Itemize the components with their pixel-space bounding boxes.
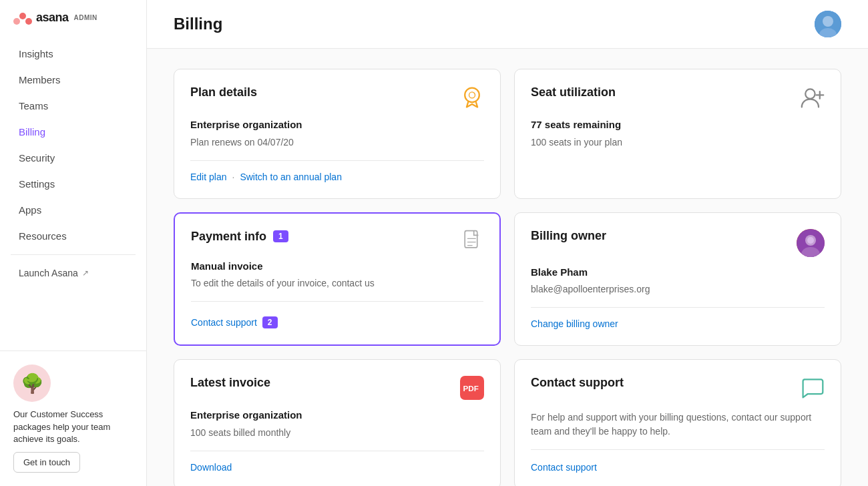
award-icon <box>460 85 484 109</box>
document-icon <box>462 230 483 251</box>
svg-point-18 <box>807 237 814 244</box>
get-in-touch-button[interactable]: Get in touch <box>13 452 80 473</box>
seats-remaining: 77 seats remaining <box>531 117 825 133</box>
plan-org-type: Enterprise organization <box>190 117 484 133</box>
svg-point-0 <box>19 13 26 19</box>
change-billing-owner-link[interactable]: Change billing owner <box>531 318 618 329</box>
billing-owner-divider <box>531 307 825 308</box>
contact-support-body: For help and support with your billing q… <box>531 408 825 439</box>
contact-support-link[interactable]: Contact support <box>531 462 597 473</box>
seat-utilization-card: Seat utilization 77 seats remaining 100 … <box>514 69 841 199</box>
svg-point-6 <box>465 88 479 103</box>
invoice-org-type: Enterprise organization <box>190 408 484 423</box>
sidebar-logo: asana ADMIN <box>0 0 146 35</box>
invoice-description: To edit the details of your invoice, con… <box>191 276 483 290</box>
cards-grid: Plan details Enterprise organization Pla… <box>147 49 868 486</box>
pdf-icon: PDF <box>460 376 484 400</box>
cs-promo-text: Our Customer Success packages help your … <box>13 409 133 445</box>
invoice-billing-info: 100 seats billed monthly <box>190 426 484 440</box>
support-description: For help and support with your billing q… <box>531 411 825 439</box>
payment-info-header: Payment info 1 <box>191 230 483 251</box>
sidebar-promo: 🌳 Our Customer Success packages help you… <box>0 350 146 486</box>
payment-info-card: Payment info 1 Manual invoice To edit th… <box>174 212 501 346</box>
billing-owner-header: Billing owner <box>531 229 825 257</box>
payment-badge2: 2 <box>262 316 278 328</box>
contact-support-card: Contact support For help and support wit… <box>514 359 841 486</box>
cs-avatar: 🌳 <box>13 364 51 402</box>
sidebar: asana ADMIN Insights Members Teams Billi… <box>0 0 147 486</box>
billing-owner-body: Blake Pham blake@apolloenterprises.org <box>531 265 825 297</box>
seats-total: 100 seats in your plan <box>531 136 825 150</box>
plan-details-card: Plan details Enterprise organization Pla… <box>174 69 501 199</box>
contact-support-header: Contact support <box>531 376 825 400</box>
switch-plan-link[interactable]: Switch to an annual plan <box>240 172 342 182</box>
sidebar-item-members[interactable]: Members <box>5 67 141 92</box>
svg-point-1 <box>13 18 20 25</box>
user-avatar[interactable] <box>815 11 841 37</box>
contact-support-divider <box>531 449 825 450</box>
latest-invoice-title: Latest invoice <box>190 376 270 390</box>
launch-asana-label: Launch Asana <box>19 268 78 278</box>
billing-owner-card: Billing owner Blake Pham blake@apolloent… <box>514 212 841 346</box>
billing-owner-avatar <box>797 229 825 257</box>
svg-point-2 <box>25 18 32 25</box>
svg-point-4 <box>823 16 833 27</box>
billing-owner-title: Billing owner <box>531 229 606 243</box>
cs-promo-block: 🌳 Our Customer Success packages help you… <box>13 364 133 473</box>
sidebar-item-settings[interactable]: Settings <box>5 172 141 196</box>
action-separator: · <box>232 172 234 182</box>
latest-invoice-body: Enterprise organization 100 seats billed… <box>190 408 484 440</box>
plan-details-title: Plan details <box>190 85 257 99</box>
sidebar-item-teams[interactable]: Teams <box>5 93 141 118</box>
plan-details-divider <box>190 160 484 161</box>
owner-email: blake@apolloenterprises.org <box>531 282 825 296</box>
edit-plan-link[interactable]: Edit plan <box>190 172 226 182</box>
download-invoice-link[interactable]: Download <box>190 462 232 473</box>
svg-point-7 <box>469 92 475 98</box>
main-content: Billing Plan details <box>147 0 868 486</box>
user-avatar-image <box>815 11 841 37</box>
sidebar-item-apps[interactable]: Apps <box>5 198 141 222</box>
main-header: Billing <box>147 0 868 49</box>
plan-renews: Plan renews on 04/07/20 <box>190 136 484 150</box>
billing-owner-actions: Change billing owner <box>531 318 825 329</box>
invoice-type: Manual invoice <box>191 259 483 274</box>
sidebar-item-resources[interactable]: Resources <box>5 224 141 248</box>
external-link-icon: ↗ <box>82 268 89 278</box>
latest-invoice-actions: Download <box>190 462 484 473</box>
nav-divider <box>11 254 136 255</box>
chat-icon <box>801 376 825 400</box>
asana-dots-icon <box>13 11 32 25</box>
contact-support-actions: Contact support <box>531 462 825 473</box>
tree-icon: 🌳 <box>21 373 44 395</box>
plan-details-header: Plan details <box>190 85 484 109</box>
contact-support-title: Contact support <box>531 376 624 390</box>
sidebar-item-insights[interactable]: Insights <box>5 41 141 66</box>
payment-info-actions: Contact support 2 <box>191 316 483 328</box>
contact-support-link-payment[interactable]: Contact support <box>191 317 257 328</box>
payment-info-badge: 1 <box>273 230 288 242</box>
seat-utilization-header: Seat utilization <box>531 85 825 109</box>
latest-invoice-card: Latest invoice PDF Enterprise organizati… <box>174 359 501 486</box>
launch-asana-link[interactable]: Launch Asana ↗ <box>5 261 141 285</box>
payment-info-title: Payment info 1 <box>191 230 288 244</box>
sidebar-item-billing[interactable]: Billing <box>5 119 141 144</box>
page-title: Billing <box>174 15 222 33</box>
latest-invoice-header: Latest invoice PDF <box>190 376 484 400</box>
svg-text:PDF: PDF <box>463 384 479 393</box>
sidebar-navigation: Insights Members Teams Billing Security … <box>0 35 146 350</box>
latest-invoice-divider <box>190 451 484 451</box>
user-plus-icon <box>801 85 825 109</box>
svg-point-8 <box>805 89 815 98</box>
sidebar-item-security[interactable]: Security <box>5 146 141 170</box>
asana-wordmark: asana <box>36 11 69 25</box>
seat-utilization-body: 77 seats remaining 100 seats in your pla… <box>531 117 825 150</box>
plan-details-body: Enterprise organization Plan renews on 0… <box>190 117 484 150</box>
seat-utilization-title: Seat utilization <box>531 85 616 99</box>
plan-details-actions: Edit plan · Switch to an annual plan <box>190 172 484 182</box>
owner-name: Blake Pham <box>531 265 825 280</box>
asana-logo: asana ADMIN <box>13 11 97 25</box>
payment-info-divider <box>191 301 483 302</box>
payment-info-body: Manual invoice To edit the details of yo… <box>191 259 483 291</box>
admin-badge: ADMIN <box>74 14 97 21</box>
